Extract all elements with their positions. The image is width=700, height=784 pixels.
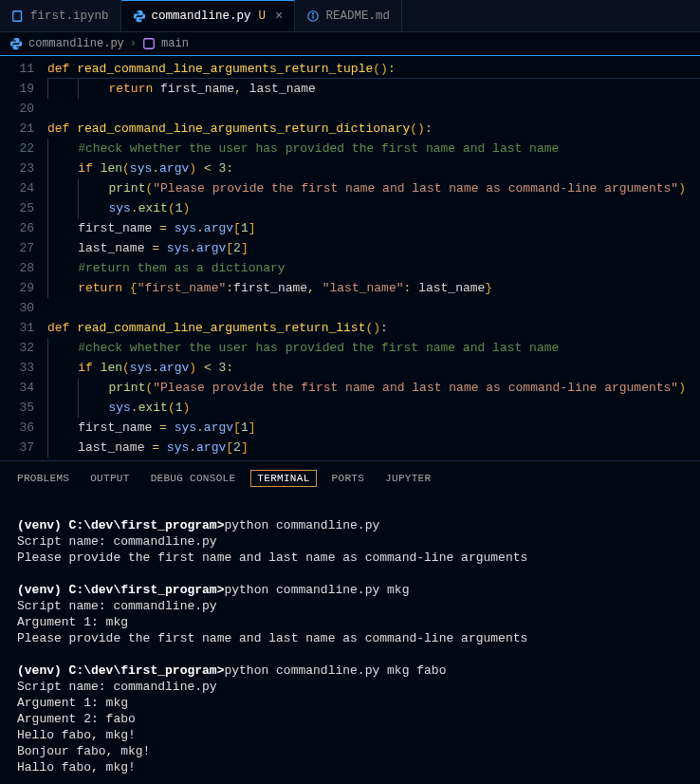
panel-tab-terminal[interactable]: TERMINAL [250,470,316,487]
line-number: 11 [0,59,34,79]
line-number: 34 [0,378,34,398]
svg-rect-4 [144,39,155,49]
tab-bar: first.ipynbcommandline.pyU×README.md [0,0,700,32]
code-line[interactable]: #check whether the user has provided the… [47,139,700,159]
breadcrumb-file[interactable]: commandline.py [28,37,124,50]
line-number: 30 [0,298,34,318]
line-number: 33 [0,358,34,378]
code-editor[interactable]: 1119202122232425262728293031323334353637… [0,55,700,461]
python-icon [133,9,146,23]
line-number: 21 [0,119,34,139]
panel-tab-problems[interactable]: PROBLEMS [17,473,69,484]
breadcrumb-symbol[interactable]: main [161,37,189,50]
line-number: 24 [0,178,34,198]
code-line[interactable]: return first_name, last_name [47,79,700,99]
line-number: 28 [0,258,34,278]
panel-tab-debug-console[interactable]: DEBUG CONSOLE [151,473,236,484]
tab-label: commandline.py [152,9,251,23]
line-number: 23 [0,159,34,178]
code-area[interactable]: def read_command_line_arguments_return_t… [47,56,700,460]
code-line[interactable]: first_name = sys.argv[1] [47,218,700,238]
breadcrumb[interactable]: commandline.py › main [0,32,700,55]
panel-tab-ports[interactable]: PORTS [332,473,365,484]
method-icon [142,37,156,50]
line-number: 29 [0,278,34,298]
code-line[interactable]: def read_command_line_arguments_return_d… [47,119,700,139]
code-line[interactable]: if len(sys.argv) < 3: [47,159,700,178]
code-line[interactable]: print("Please provide the first name and… [47,178,700,198]
line-number: 20 [0,99,34,119]
tab-label: first.ipynb [30,9,109,23]
info-icon [306,9,320,23]
code-line[interactable]: first_name = sys.argv[1] [47,418,700,438]
code-line[interactable]: def read_command_line_arguments_return_l… [47,318,700,338]
code-line[interactable]: last_name = sys.argv[2] [47,238,700,258]
tab-commandline-py[interactable]: commandline.pyU× [121,0,296,31]
line-number: 26 [0,218,34,238]
code-line[interactable]: #check whether the user has provided the… [47,338,700,358]
sticky-scroll-line[interactable]: def read_command_line_arguments_return_t… [47,59,700,79]
panel-tab-output[interactable]: OUTPUT [90,473,129,484]
line-number: 32 [0,338,34,358]
close-icon[interactable]: × [275,9,283,24]
line-number: 35 [0,398,34,418]
line-number-gutter: 1119202122232425262728293031323334353637 [0,56,47,460]
tab-README-md[interactable]: README.md [295,0,402,31]
code-line[interactable]: if len(sys.argv) < 3: [47,358,700,378]
line-number: 36 [0,418,34,438]
svg-point-3 [313,12,314,13]
line-number: 19 [0,79,34,99]
line-number: 31 [0,318,34,338]
line-number: 22 [0,139,34,159]
terminal-panel[interactable]: (venv) C:\dev\first_program>python comma… [0,492,700,784]
line-number: 27 [0,238,34,258]
tab-first-ipynb[interactable]: first.ipynb [0,0,121,31]
modified-indicator: U [259,9,267,23]
tab-label: README.md [325,9,390,23]
code-line[interactable]: print("Please provide the first name and… [47,378,700,398]
code-line[interactable]: #return them as a dictionary [47,258,700,278]
line-number: 37 [0,438,34,457]
notebook-icon [11,9,25,23]
svg-rect-0 [13,10,22,21]
python-icon [9,37,23,50]
code-line[interactable] [47,298,700,318]
line-number: 25 [0,198,34,218]
code-line[interactable]: last_name = sys.argv[2] [47,438,700,457]
chevron-right-icon: › [130,37,137,50]
panel-tab-jupyter[interactable]: JUPYTER [385,473,431,484]
code-line[interactable]: sys.exit(1) [47,398,700,418]
code-line[interactable]: return {"first_name":first_name, "last_n… [47,278,700,298]
code-line[interactable] [47,99,700,119]
code-line[interactable]: sys.exit(1) [47,198,700,218]
panel-tabs: PROBLEMSOUTPUTDEBUG CONSOLETERMINALPORTS… [0,461,700,492]
